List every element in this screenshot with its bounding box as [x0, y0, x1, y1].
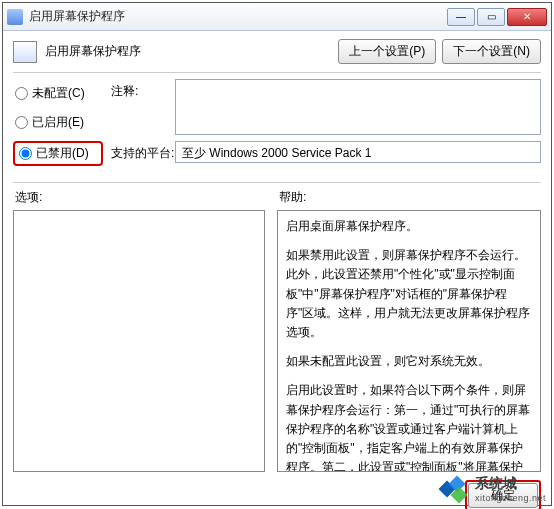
- header-row: 启用屏幕保护程序 上一个设置(P) 下一个设置(N): [13, 39, 541, 64]
- titlebar[interactable]: 启用屏幕保护程序 — ▭ ✕: [3, 3, 551, 31]
- dialog-window: 启用屏幕保护程序 — ▭ ✕ 启用屏幕保护程序 上一个设置(P) 下一个设置(N…: [2, 2, 552, 506]
- help-text: 启用此设置时，如果符合以下两个条件，则屏幕保护程序会运行：第一，通过"可执行的屏…: [286, 381, 532, 472]
- help-panel[interactable]: 启用桌面屏幕保护程序。 如果禁用此设置，则屏幕保护程序不会运行。此外，此设置还禁…: [277, 210, 541, 472]
- previous-setting-button[interactable]: 上一个设置(P): [338, 39, 436, 64]
- radio-disabled[interactable]: 已禁用(D): [13, 141, 103, 166]
- footer: 确定: [3, 472, 551, 509]
- divider: [13, 182, 541, 183]
- window-controls: — ▭ ✕: [447, 8, 547, 26]
- divider: [13, 72, 541, 73]
- help-label: 帮助:: [277, 189, 541, 206]
- minimize-button[interactable]: —: [447, 8, 475, 26]
- page-title: 启用屏幕保护程序: [45, 43, 338, 60]
- comment-textarea[interactable]: [175, 79, 541, 135]
- window-title: 启用屏幕保护程序: [29, 8, 447, 25]
- policy-icon: [13, 41, 37, 63]
- radio-enabled-input[interactable]: [15, 116, 28, 129]
- radio-not-configured[interactable]: 未配置(C): [13, 83, 103, 104]
- radio-not-configured-label[interactable]: 未配置(C): [32, 85, 85, 102]
- radio-enabled[interactable]: 已启用(E): [13, 112, 103, 133]
- help-text: 如果禁用此设置，则屏幕保护程序不会运行。此外，此设置还禁用"个性化"或"显示控制…: [286, 246, 532, 342]
- options-label: 选项:: [13, 189, 271, 206]
- radio-disabled-input[interactable]: [19, 147, 32, 160]
- radio-disabled-label[interactable]: 已禁用(D): [36, 145, 89, 162]
- close-button[interactable]: ✕: [507, 8, 547, 26]
- platform-label: 支持的平台:: [111, 141, 175, 163]
- ok-button[interactable]: 确定: [468, 483, 538, 508]
- help-text: 如果未配置此设置，则它对系统无效。: [286, 352, 532, 371]
- radio-enabled-label[interactable]: 已启用(E): [32, 114, 84, 131]
- platform-value: 至少 Windows 2000 Service Pack 1: [175, 141, 541, 163]
- maximize-button[interactable]: ▭: [477, 8, 505, 26]
- comment-label: 注释:: [111, 79, 175, 135]
- app-icon: [7, 9, 23, 25]
- radio-not-configured-input[interactable]: [15, 87, 28, 100]
- ok-highlight: 确定: [465, 480, 541, 509]
- state-radio-group: 未配置(C) 已启用(E) 已禁用(D): [13, 79, 103, 174]
- help-text: 启用桌面屏幕保护程序。: [286, 217, 532, 236]
- options-panel: [13, 210, 265, 472]
- next-setting-button[interactable]: 下一个设置(N): [442, 39, 541, 64]
